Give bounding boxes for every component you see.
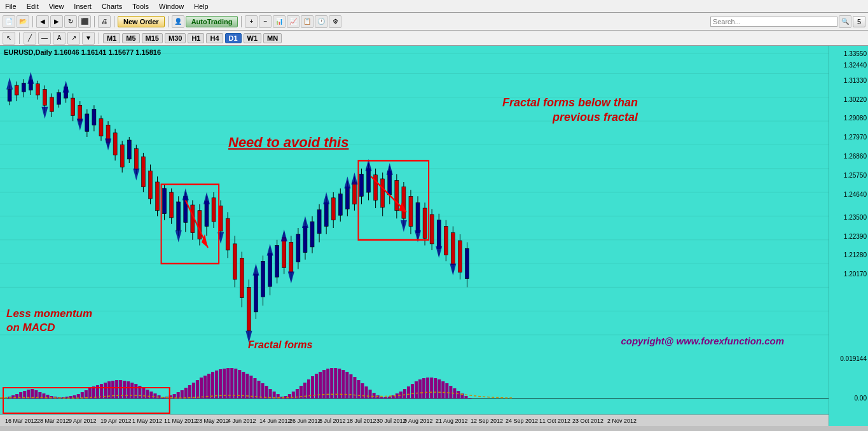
svg-rect-159	[437, 220, 441, 249]
print-icon[interactable]: 🖨	[98, 15, 111, 28]
svg-marker-119	[302, 216, 308, 228]
autotrading-button[interactable]: AutoTrading	[186, 16, 238, 27]
tf-m5[interactable]: M5	[122, 33, 139, 43]
svg-rect-293	[437, 379, 441, 399]
search-input[interactable]	[710, 17, 837, 27]
hline-icon[interactable]: —	[38, 32, 51, 45]
cursor-icon[interactable]: ↖	[3, 32, 15, 45]
svg-rect-31	[57, 92, 61, 104]
svg-rect-291	[430, 378, 433, 399]
zoom-in-icon[interactable]: +	[245, 15, 258, 28]
svg-rect-247	[261, 383, 265, 399]
tf-m30[interactable]: M30	[165, 33, 186, 43]
svg-rect-276	[373, 393, 376, 399]
forward-icon[interactable]: ▶	[50, 15, 63, 28]
chart-icon[interactable]: 📊	[273, 15, 286, 28]
svg-rect-49	[113, 133, 117, 155]
svg-rect-242	[242, 372, 245, 399]
svg-rect-287	[415, 381, 418, 399]
svg-marker-153	[401, 220, 407, 232]
svg-rect-294	[441, 381, 444, 399]
svg-rect-237	[223, 369, 226, 399]
price-11: 1.22390	[844, 232, 867, 239]
x-axis: 16 Mar 2012 28 Mar 2012 9 Apr 2012 19 Ap…	[0, 414, 829, 426]
tf-d1[interactable]: D1	[225, 33, 242, 43]
menu-charts[interactable]: Charts	[97, 1, 127, 11]
svg-rect-241	[238, 370, 241, 399]
svg-rect-217	[146, 390, 149, 399]
svg-rect-89	[233, 244, 237, 279]
sep5	[241, 16, 242, 27]
svg-rect-22	[36, 84, 39, 95]
svg-marker-43	[77, 118, 83, 131]
menu-window[interactable]: Window	[154, 1, 189, 11]
svg-marker-61	[133, 169, 139, 181]
price-6: 1.27970	[844, 134, 867, 141]
svg-marker-144	[387, 163, 393, 175]
menu-help[interactable]: Help	[189, 1, 214, 11]
svg-rect-18	[22, 83, 25, 92]
new-order-button[interactable]: New Order	[118, 16, 165, 27]
search-go[interactable]: 5	[853, 16, 865, 27]
svg-rect-274	[365, 386, 368, 399]
tf-h4[interactable]: H4	[206, 33, 223, 43]
price-4: 1.30220	[844, 95, 867, 102]
svg-rect-218	[149, 392, 153, 399]
svg-rect-40	[85, 114, 89, 131]
account-icon[interactable]: 👤	[172, 15, 184, 28]
price-13: 1.20170	[844, 271, 867, 278]
main-chart-area[interactable]: EURUSD,Daily 1.16046 1.16141 1.15677 1.1…	[0, 46, 829, 426]
tf-w1[interactable]: W1	[244, 33, 262, 43]
new-chart-icon[interactable]: 📄	[3, 15, 15, 28]
svg-rect-130	[352, 182, 356, 204]
open-icon[interactable]: 📂	[17, 15, 29, 28]
svg-marker-107	[281, 230, 287, 242]
tf-mn[interactable]: MN	[263, 33, 282, 43]
svg-rect-93	[247, 287, 251, 330]
svg-rect-238	[226, 368, 230, 399]
stop-icon[interactable]: ⬛	[78, 15, 91, 28]
menu-tools[interactable]: Tools	[127, 1, 154, 11]
settings-icon[interactable]: ⚙	[329, 15, 341, 28]
svg-rect-233	[207, 374, 210, 399]
svg-rect-140	[381, 179, 385, 208]
tf-m15[interactable]: M15	[142, 33, 163, 43]
zoom-out-icon[interactable]: −	[259, 15, 272, 28]
svg-rect-214	[134, 384, 137, 399]
menu-edit[interactable]: Edit	[22, 1, 44, 11]
refresh-icon[interactable]: ↻	[64, 15, 77, 28]
svg-rect-60	[148, 171, 152, 199]
menu-insert[interactable]: Insert	[69, 1, 97, 11]
svg-marker-126	[323, 192, 329, 204]
svg-rect-16	[15, 85, 18, 95]
indicator-icon[interactable]: 📈	[287, 15, 300, 28]
price-12: 1.21280	[844, 251, 867, 258]
template-icon[interactable]: 📋	[301, 15, 313, 28]
text-icon[interactable]: A	[53, 32, 65, 45]
back-icon[interactable]: ◀	[36, 15, 49, 28]
svg-rect-58	[141, 157, 145, 187]
svg-rect-100	[268, 253, 272, 286]
tf-m1[interactable]: M1	[103, 33, 120, 43]
svg-rect-226	[181, 390, 184, 399]
svg-rect-114	[303, 227, 307, 253]
search-icon[interactable]: 🔍	[839, 15, 851, 28]
svg-rect-103	[275, 245, 279, 277]
more-icon[interactable]: ▼	[82, 32, 95, 45]
svg-rect-148	[402, 187, 406, 218]
price-3: 1.31330	[844, 76, 867, 83]
menu-view[interactable]: View	[44, 1, 69, 11]
clock-icon[interactable]: 🕐	[315, 15, 327, 28]
svg-marker-170	[450, 264, 456, 276]
line-icon[interactable]: ╱	[24, 32, 36, 45]
arrow-icon[interactable]: ↗	[67, 32, 80, 45]
svg-rect-169	[465, 248, 469, 278]
tf-h1[interactable]: H1	[188, 33, 204, 43]
svg-marker-112	[288, 271, 294, 283]
svg-rect-76	[198, 211, 202, 239]
svg-rect-231	[200, 378, 203, 399]
svg-rect-248	[265, 386, 268, 399]
svg-rect-275	[369, 390, 372, 399]
menu-file[interactable]: File	[0, 1, 22, 11]
svg-marker-50	[105, 139, 111, 151]
